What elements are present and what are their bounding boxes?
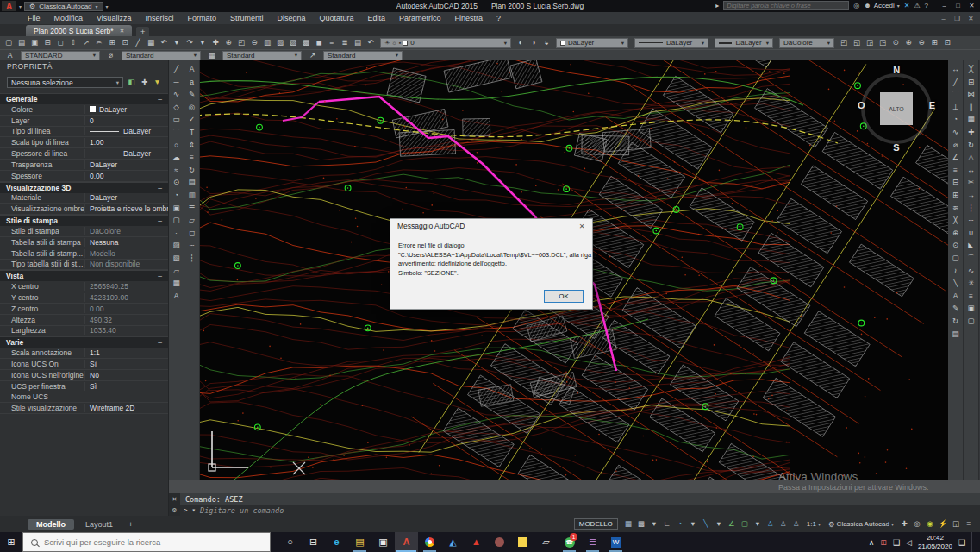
property-value[interactable]: 0.00 [84, 172, 168, 180]
model-space-button[interactable]: MODELLO [574, 518, 618, 530]
collapse-icon[interactable]: – [158, 216, 162, 225]
copy-icon[interactable]: ⊞ [106, 37, 118, 48]
property-value[interactable]: Sì [84, 382, 168, 391]
property-row[interactable]: X centro2565940.25 [0, 281, 168, 292]
revision-cloud-icon[interactable]: ☁ [170, 151, 183, 164]
dim-radius-icon[interactable]: ◔ [949, 113, 962, 126]
circle-icon[interactable]: ○ [170, 139, 183, 152]
app-menu-caret-icon[interactable]: ▾ [19, 3, 22, 9]
ellipse-icon[interactable]: ⊙ [170, 176, 183, 189]
microsoft-store-icon[interactable]: ▣ [371, 532, 395, 552]
select-objects-icon[interactable]: ✚ [139, 77, 150, 88]
property-row[interactable]: Y centro4223109.00 [0, 292, 168, 304]
multiline-text-icon[interactable]: A [170, 290, 183, 303]
graphics-performance-toggle[interactable]: ⚡ [937, 518, 949, 530]
command-customize-icon[interactable]: ⚙ [172, 507, 177, 514]
property-row[interactable]: ColoreDaLayer [0, 104, 168, 116]
designcenter-icon[interactable]: ▧ [274, 37, 286, 48]
property-row[interactable]: Visualizzazione ombreProietta e riceve l… [0, 204, 168, 215]
viewcube-east-label[interactable]: E [929, 100, 935, 110]
app-icon-light[interactable]: ▱ [534, 532, 558, 552]
object-snap-toggle[interactable]: ▢ [739, 518, 751, 530]
property-value[interactable]: DaColore [84, 227, 168, 235]
text-style-dropdown[interactable]: STANDARD [21, 51, 100, 60]
annotation-monitor-toggle[interactable]: ◎ [911, 518, 923, 530]
app-icon-round[interactable] [488, 532, 511, 552]
stretch-icon[interactable]: ↔ [964, 164, 977, 177]
menu-file[interactable]: File [21, 12, 47, 24]
command-input-placeholder[interactable]: Digitare un comando [200, 506, 284, 515]
command-options-caret-icon[interactable]: ▾ [192, 506, 197, 514]
property-value[interactable]: Modello [84, 249, 168, 258]
start-button[interactable]: ⊞ [0, 532, 22, 552]
region-icon[interactable]: ▱ [170, 265, 183, 278]
dim-inspection-icon[interactable]: ▢ [949, 252, 962, 265]
layer-walk-icon[interactable]: ◒ [540, 37, 552, 48]
property-value[interactable]: 1.00 [84, 138, 168, 147]
property-value[interactable]: DaLayer [84, 160, 168, 169]
menu-parametrico[interactable]: Parametrico [392, 12, 448, 24]
ellipse-arc-icon[interactable]: ◔ [170, 189, 183, 202]
property-value[interactable]: No [84, 371, 168, 380]
drawing-tab[interactable]: Plan 2000 S Lucia Serb* ✕ [26, 25, 132, 36]
properties-section-header[interactable]: Varie– [0, 336, 168, 348]
clean-screen-toggle[interactable]: ◱ [950, 518, 962, 530]
make-layer-current-icon[interactable]: ◐ [515, 37, 527, 48]
property-row[interactable]: Spessore di lineaDaLayer [0, 148, 168, 160]
trim-icon[interactable]: ✂ [964, 176, 977, 189]
zoom-in-icon[interactable]: ⊕ [902, 37, 914, 48]
acrobat-icon[interactable]: ▲ [465, 532, 488, 552]
alert-icon[interactable]: ⚠ [914, 2, 920, 9]
divide-icon[interactable]: ┄ [185, 239, 198, 252]
scale-text-icon[interactable]: ⇕ [185, 139, 198, 152]
winrar-icon[interactable]: ≣ [581, 532, 604, 552]
gradient-icon[interactable]: ▧ [170, 252, 183, 265]
layer-control-dropdown[interactable]: ☀ ☼ ▪ 0 [380, 38, 511, 48]
menu-disegna[interactable]: Disegna [270, 12, 312, 24]
menu-formato[interactable]: Formato [180, 12, 223, 24]
explode-icon[interactable]: ✳ [964, 277, 977, 290]
drawing-minimize-button[interactable]: – [937, 14, 950, 23]
spline-icon[interactable]: ≈ [170, 164, 183, 177]
text-style-tool-icon[interactable]: T [185, 126, 198, 139]
autocad-logo-icon[interactable]: A [2, 1, 16, 11]
dim-style-dropdown[interactable]: Standard [122, 51, 201, 60]
dim-continue-icon[interactable]: ⊞ [949, 189, 962, 202]
property-value[interactable]: 490.32 [84, 316, 168, 324]
open-file-icon[interactable]: ▤ [16, 37, 28, 48]
menu-modifica[interactable]: Modifica [47, 12, 91, 24]
menu-help[interactable]: ? [490, 12, 508, 24]
app-icon-blue[interactable]: ◭ [441, 532, 465, 552]
table-icon[interactable]: ▦ [170, 277, 183, 290]
table-style-icon[interactable]: ▦ [205, 51, 218, 60]
tray-app-icon[interactable]: ⊞ [880, 538, 887, 547]
dim-diameter-icon[interactable]: ⌀ [949, 139, 962, 152]
layer-match-icon[interactable]: ◑ [527, 37, 540, 48]
property-row[interactable]: Stile di stampaDaColore [0, 226, 168, 237]
dim-space-icon[interactable]: ≋ [949, 202, 962, 215]
annotation-scale-icon[interactable]: ♙ [790, 518, 802, 530]
make-block-icon[interactable]: ▢ [170, 214, 183, 227]
mleader-style-icon[interactable]: ↗ [306, 51, 319, 60]
construction-line-icon[interactable]: ─ [170, 76, 183, 89]
zoom-center-icon[interactable]: ◳ [877, 37, 889, 48]
break-icon[interactable]: ┄ [964, 214, 977, 227]
ok-button[interactable]: OK [544, 290, 584, 303]
property-value[interactable]: Nessuna [84, 238, 168, 247]
volume-icon[interactable]: ◁ [906, 538, 912, 547]
save-icon[interactable]: ▣ [28, 37, 41, 48]
file-explorer-icon[interactable]: ▤ [348, 532, 371, 552]
spell-check-icon[interactable]: ✓ [185, 113, 198, 126]
color-control-dropdown[interactable]: DaLayer [556, 38, 628, 48]
exchange-apps-icon[interactable]: ✕ [904, 2, 910, 9]
property-row[interactable]: TrasparenzaDaLayer [0, 160, 168, 171]
viewcube-west-label[interactable]: O [858, 100, 865, 110]
scale-icon[interactable]: △ [964, 151, 977, 164]
background-mask-icon[interactable]: ▥ [185, 189, 198, 202]
selection-dropdown[interactable]: Nessuna selezione [7, 77, 123, 88]
blend-curves-icon[interactable]: ∿ [964, 265, 977, 278]
close-button[interactable]: ✕ [965, 1, 978, 10]
dim-update-icon[interactable]: ↻ [949, 315, 962, 328]
properties-section-header[interactable]: Visualizzazione 3D– [0, 182, 168, 193]
annotation-visibility-toggle[interactable]: ♙ [765, 518, 777, 530]
